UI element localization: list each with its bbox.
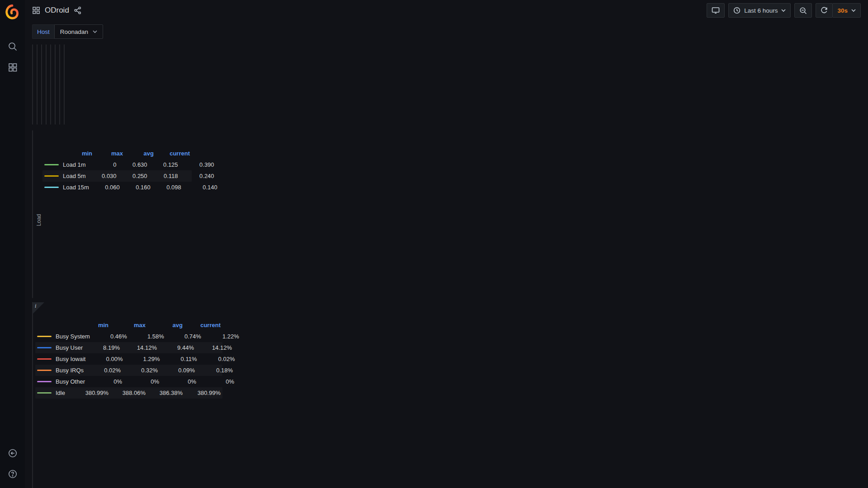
gauge-panel: iCPU System Load (1m avg)2.3% [55, 44, 56, 125]
tv-mode-button[interactable] [707, 3, 725, 18]
info-icon[interactable]: i [42, 45, 42, 56]
legend-stat-value: 8.19% [83, 344, 120, 351]
refresh-button[interactable] [816, 3, 833, 18]
legend-stat-value: 14.12% [194, 344, 232, 351]
legend-col-max[interactable]: max [92, 150, 123, 157]
legend-row: Busy Iowait0.00%1.29%0.11%0.02% [35, 353, 222, 365]
legend-col-avg[interactable]: avg [123, 150, 154, 157]
system-load-legend: minmaxavgcurrentLoad 1m00.6300.1250.390L… [42, 143, 194, 297]
dashboards-grid-icon[interactable] [0, 57, 25, 78]
info-icon[interactable]: i [55, 45, 56, 56]
legend-col-avg[interactable]: avg [146, 322, 183, 328]
series-color-dash [37, 370, 52, 371]
info-icon[interactable]: i [33, 302, 44, 314]
legend-series-name[interactable]: Busy IRQs [37, 367, 84, 374]
legend-row: Busy User8.19%14.12%9.44%14.12% [35, 342, 222, 353]
legend-series-name[interactable]: Load 1m [44, 161, 86, 168]
time-range-picker[interactable]: Last 6 hours [728, 3, 791, 18]
stat-panel: iTotal RAM1.94GiB [41, 44, 42, 125]
legend-stat-value: 0.46% [90, 333, 127, 340]
legend-series-name[interactable]: Load 5m [44, 173, 86, 179]
legend-stat-value: 9.44% [157, 344, 194, 351]
cpu-basic-legend: minmaxavgcurrentBusy System0.46%1.58%0.7… [35, 315, 225, 480]
legend-stat-value: 0.240 [178, 173, 214, 179]
legend-stat-value: 0% [85, 378, 122, 385]
sidebar [0, 0, 25, 488]
series-color-dash [37, 336, 52, 337]
info-icon[interactable]: i [51, 45, 51, 56]
legend-header: minmaxavgcurrent [42, 148, 192, 159]
clock-icon [733, 7, 741, 14]
series-color-dash [37, 381, 52, 382]
gauge-panel: iCPU System Load (15m avg)2.3% [64, 44, 65, 125]
legend-stat-value: 0% [122, 378, 159, 385]
legend-stat-value: 0.02% [197, 356, 235, 362]
dashboard-variables-row: Host Roonadan [25, 21, 868, 39]
help-icon[interactable] [0, 464, 25, 484]
dashboard-grid-icon[interactable] [32, 6, 40, 14]
refresh-interval-dropdown[interactable]: 30s [832, 3, 861, 18]
search-icon[interactable] [0, 36, 25, 57]
legend-series-name[interactable]: Busy System [37, 333, 90, 340]
legend-col-min[interactable]: min [61, 150, 92, 157]
legend-stat-value: 0% [196, 378, 234, 385]
gauge-panel: iCPU System Load (5m avg)2.5% [59, 44, 60, 125]
series-color-dash [44, 187, 59, 188]
legend-stat-value: 1.29% [123, 356, 160, 362]
legend-row: Busy Other0%0%0%0% [35, 376, 222, 387]
legend-row: Busy System0.46%1.58%0.74%1.22% [35, 331, 222, 342]
legend-stat-value: 388.06% [108, 389, 146, 396]
legend-stat-value: 0.00% [85, 356, 123, 362]
gauge-panel: iUsed RAM Memory24% [50, 44, 51, 125]
legend-stat-value: 0.32% [121, 367, 158, 374]
stat-panel: iCPU Cores4 [37, 44, 38, 125]
share-icon[interactable] [74, 6, 82, 14]
gauge-panel: RootFS Used0508010063.34% [46, 44, 47, 125]
chevron-down-icon [93, 30, 97, 33]
time-range-label: Last 6 hours [744, 7, 778, 14]
series-color-dash [44, 164, 59, 165]
info-icon[interactable]: i [60, 45, 60, 56]
legend-row: Load 5m0.0300.2500.1180.240 [42, 170, 192, 182]
zoom-out-button[interactable] [794, 3, 812, 18]
legend-stat-value: 0.125 [147, 161, 178, 168]
legend-header: minmaxavgcurrent [35, 319, 222, 331]
legend-stat-value: 0.18% [195, 367, 233, 374]
legend-col-current[interactable]: current [154, 150, 190, 157]
legend-series-name[interactable]: Load 15m [44, 184, 89, 191]
legend-series-name[interactable]: Busy Iowait [37, 356, 85, 362]
legend-col-min[interactable]: min [71, 322, 108, 328]
legend-stat-value: 0.118 [147, 173, 178, 179]
legend-stat-value: 0.030 [86, 173, 117, 179]
dashboard-title[interactable]: ODroid [45, 6, 69, 15]
legend-row: Idle380.99%388.06%386.38%380.99% [35, 387, 222, 399]
variable-value-dropdown[interactable]: Roonadan [54, 24, 103, 39]
legend-series-name[interactable]: Busy Other [37, 378, 85, 385]
info-icon[interactable]: i [64, 45, 65, 56]
legend-series-name[interactable]: Idle [37, 389, 71, 396]
legend-stat-value: 386.38% [146, 389, 183, 396]
legend-col-current[interactable]: current [183, 322, 221, 328]
series-color-dash [37, 358, 52, 360]
legend-stat-value: 0.390 [178, 161, 214, 168]
series-color-dash [44, 175, 59, 177]
top-navigation-bar: ODroid Last 6 hours 30s [25, 0, 868, 21]
series-color-dash [37, 347, 52, 348]
legend-stat-value: 0.098 [151, 184, 181, 191]
legend-stat-value: 14.12% [120, 344, 157, 351]
legend-row: Load 1m00.6300.1250.390 [42, 159, 192, 170]
legend-stat-value: 380.99% [71, 389, 108, 396]
legend-stat-value: 0.02% [84, 367, 121, 374]
legend-stat-value: 1.22% [201, 333, 239, 340]
legend-stat-value: 0% [159, 378, 196, 385]
legend-stat-value: 0.160 [120, 184, 151, 191]
panel-cpu-basic: i CPU Basic 0%20%40%60%80%100%08:0008:30… [32, 302, 33, 488]
info-icon[interactable]: i [37, 45, 38, 56]
legend-col-max[interactable]: max [108, 322, 146, 328]
legend-stat-value: 380.99% [183, 389, 221, 396]
sign-in-icon[interactable] [0, 443, 25, 464]
grafana-logo[interactable] [4, 4, 21, 21]
legend-row: Load 15m0.0600.1600.0980.140 [42, 182, 192, 193]
legend-series-name[interactable]: Busy User [37, 344, 83, 351]
variable-selected-value: Roonadan [60, 28, 88, 35]
